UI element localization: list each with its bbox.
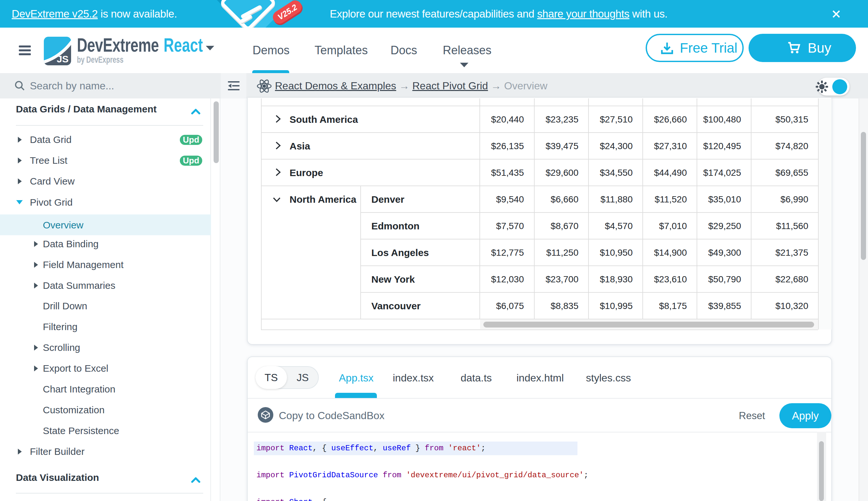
svg-text:JS: JS (57, 54, 69, 64)
